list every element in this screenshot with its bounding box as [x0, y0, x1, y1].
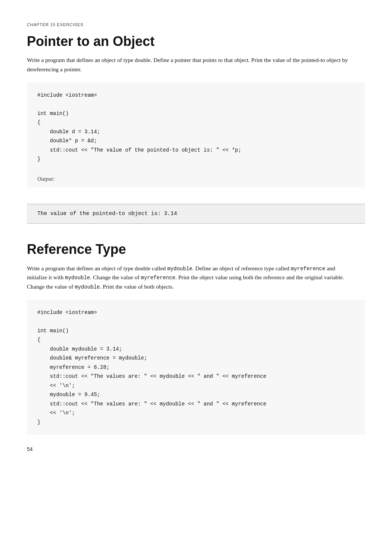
section-description-pointer: Write a program that defines an object o… — [27, 56, 348, 74]
inline-code-mydouble-2: mydouble — [65, 275, 90, 281]
inline-code-mydouble-1: mydouble — [167, 266, 192, 272]
inline-code-myreference-2: myreference — [141, 275, 175, 281]
page-number: 54 — [27, 446, 365, 452]
section-title-reference: Reference Type — [27, 242, 365, 257]
code-block-reference: #include <iostream> int main() { double … — [27, 300, 365, 435]
inline-code-myreference-1: myreference — [291, 266, 325, 272]
output-label-pointer: Output: — [27, 172, 365, 187]
output-block-pointer: The value of the pointed-to object is: 3… — [27, 204, 365, 224]
section-title-pointer: Pointer to an Object — [27, 34, 365, 49]
section-pointer-to-object: Pointer to an Object Write a program tha… — [27, 34, 365, 187]
section-description-reference: Write a program that defines an object o… — [27, 264, 348, 292]
code-block-pointer: #include <iostream> int main() { double … — [27, 83, 365, 172]
chapter-header: CHAPTER 15 EXERCISES — [27, 22, 365, 27]
inline-code-mydouble-3: mydouble — [75, 284, 100, 290]
section-reference-type: Reference Type Write a program that defi… — [27, 242, 365, 435]
